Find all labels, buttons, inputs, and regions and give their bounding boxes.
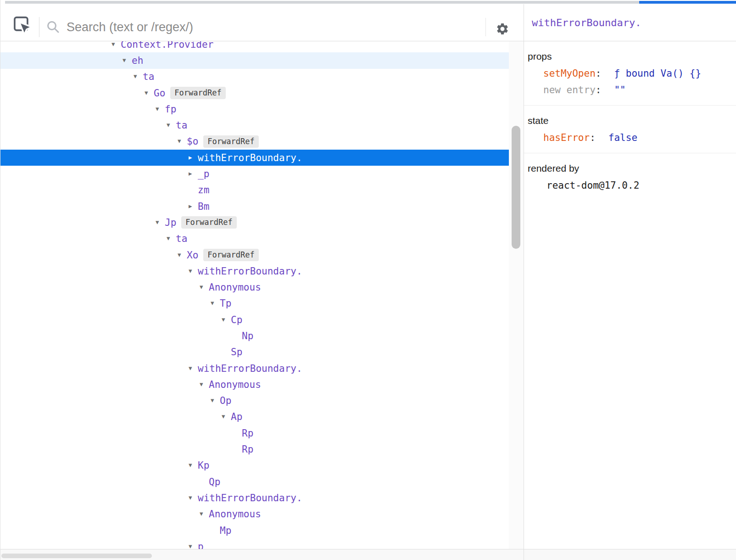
inspector-section: statehasError:false — [524, 106, 736, 153]
entry-key[interactable]: new entry — [543, 84, 596, 95]
entry-colon: : — [596, 68, 602, 79]
tree-row[interactable]: zm — [0, 182, 509, 198]
tree-scrollbar-thumb[interactable] — [512, 126, 520, 249]
node-badge: ForwardRef — [181, 216, 236, 229]
horizontal-scrollbar-thumb[interactable] — [1, 554, 152, 558]
chevron-down-icon[interactable]: ▾ — [134, 72, 143, 80]
tree-row[interactable]: ▾eh — [0, 52, 509, 68]
node-badge: ForwardRef — [203, 135, 258, 148]
tree-row[interactable]: Mp — [0, 522, 509, 538]
tree-row[interactable]: ▾Context.Provider — [0, 41, 509, 52]
tree-row[interactable]: Sp — [0, 344, 509, 360]
chevron-down-icon[interactable]: ▾ — [145, 89, 154, 97]
gear-icon — [496, 22, 509, 36]
settings-button[interactable] — [496, 22, 509, 36]
selected-component-title: withErrorBoundary. — [524, 17, 641, 28]
chevron-down-icon[interactable]: ▾ — [189, 364, 198, 372]
inspector-entry[interactable]: react-dom@17.0.2 — [524, 177, 736, 194]
chevron-down-icon[interactable]: ▾ — [189, 542, 198, 549]
tree-row[interactable]: ▾ta — [0, 69, 509, 85]
chevron-down-icon[interactable]: ▾ — [167, 121, 176, 129]
node-label: Ap — [231, 411, 242, 422]
entry-value[interactable]: react-dom@17.0.2 — [546, 180, 639, 191]
chevron-down-icon[interactable]: ▾ — [156, 105, 165, 113]
chevron-down-icon[interactable]: ▾ — [156, 218, 165, 226]
bottom-scrollbar-bar[interactable] — [0, 549, 736, 560]
chevron-right-icon[interactable]: ▸ — [189, 169, 198, 178]
tree-row[interactable]: ▸Bm — [0, 198, 509, 214]
entry-value[interactable]: false — [608, 132, 637, 143]
chevron-down-icon[interactable]: ▾ — [200, 380, 209, 388]
tree-row[interactable]: ▾fp — [0, 101, 509, 117]
tree-row[interactable]: ▾GoForwardRef — [0, 85, 509, 101]
node-label: ta — [143, 71, 154, 82]
chevron-down-icon[interactable]: ▾ — [123, 56, 132, 64]
chevron-right-icon[interactable]: ▸ — [189, 202, 198, 210]
edge-strip-gray — [5, 1, 639, 4]
chevron-down-icon[interactable]: ▾ — [178, 137, 187, 145]
tree-row[interactable]: ▾ta — [0, 117, 509, 133]
entry-value[interactable]: "" — [614, 84, 625, 95]
node-label: Op — [220, 395, 231, 406]
tree-row[interactable]: ▸_p — [0, 166, 509, 182]
inspector-entry[interactable]: new entry:"" — [524, 82, 736, 98]
tree-row[interactable]: ▾Op — [0, 393, 509, 409]
entry-key[interactable]: setMyOpen — [543, 68, 596, 79]
inspector-entry[interactable]: hasError:false — [524, 129, 736, 146]
tree-row[interactable]: ▾$oForwardRef — [0, 134, 509, 150]
node-label: Sp — [231, 347, 242, 358]
chevron-down-icon[interactable]: ▾ — [189, 267, 198, 275]
entry-value[interactable]: ƒ bound Va() {} — [614, 68, 701, 79]
tree-row[interactable]: ▾XoForwardRef — [0, 247, 509, 263]
chevron-down-icon[interactable]: ▾ — [167, 234, 176, 242]
chevron-down-icon[interactable]: ▾ — [112, 41, 121, 48]
chevron-down-icon[interactable]: ▾ — [189, 493, 198, 502]
edge-strip-blue-accent — [639, 1, 736, 4]
node-label: Tp — [220, 298, 231, 309]
node-label: withErrorBoundary. — [198, 493, 302, 504]
node-label: Bm — [198, 201, 209, 212]
tree-row[interactable]: ▾JpForwardRef — [0, 214, 509, 230]
tree-scrollbar-track[interactable] — [509, 41, 524, 549]
node-label: Anonymous — [209, 509, 261, 520]
chevron-down-icon[interactable]: ▾ — [211, 396, 220, 404]
inspector-entry[interactable]: setMyOpen:ƒ bound Va() {} — [524, 65, 736, 82]
tree-row[interactable]: ▾Anonymous — [0, 506, 509, 522]
tree-row[interactable]: ▾withErrorBoundary. — [0, 263, 509, 279]
tree-row[interactable]: ▾withErrorBoundary. — [0, 490, 509, 506]
search-input[interactable] — [67, 16, 470, 39]
tree-row[interactable]: Rp — [0, 425, 509, 441]
chevron-down-icon[interactable]: ▾ — [211, 299, 220, 307]
section-heading: rendered by — [524, 163, 736, 174]
tree-row[interactable]: ▾ta — [0, 231, 509, 247]
chevron-right-icon[interactable]: ▸ — [189, 153, 198, 162]
tree-row[interactable]: ▸withErrorBoundary. — [0, 150, 509, 166]
node-label: fp — [165, 104, 176, 115]
chevron-down-icon[interactable]: ▾ — [178, 251, 187, 259]
tree-row[interactable]: ▾Cp — [0, 312, 509, 328]
tree-row[interactable]: ▾Kp — [0, 458, 509, 474]
tree-row[interactable]: Rp — [0, 441, 509, 457]
chevron-down-icon[interactable]: ▾ — [200, 283, 209, 291]
entry-key[interactable]: hasError — [543, 132, 590, 143]
toolbar-divider — [39, 17, 39, 37]
search-icon — [46, 20, 61, 34]
tree-row[interactable]: ▾p — [0, 538, 509, 549]
tree-row[interactable]: Qp — [0, 474, 509, 490]
chevron-down-icon[interactable]: ▾ — [222, 412, 231, 420]
chevron-down-icon[interactable]: ▾ — [200, 510, 209, 518]
tree-row[interactable]: Np — [0, 328, 509, 344]
chevron-down-icon[interactable]: ▾ — [222, 315, 231, 324]
tree-row[interactable]: ▾Anonymous — [0, 279, 509, 295]
chevron-down-icon[interactable]: ▾ — [189, 461, 198, 469]
inspector-section: rendered byreact-dom@17.0.2 — [524, 153, 736, 201]
inspect-element-button[interactable] — [12, 15, 32, 34]
tree-row[interactable]: ▾Tp — [0, 296, 509, 312]
node-label: ta — [176, 233, 187, 244]
node-label: _p — [198, 168, 209, 179]
tree-row[interactable]: ▾Anonymous — [0, 376, 509, 392]
tree-row[interactable]: ▾withErrorBoundary. — [0, 360, 509, 376]
component-tree[interactable]: ▾Context.Provider▾eh▾ta▾GoForwardRef▾fp▾… — [0, 41, 524, 549]
tree-row[interactable]: ▾Ap — [0, 409, 509, 425]
node-label: withErrorBoundary. — [198, 363, 302, 374]
